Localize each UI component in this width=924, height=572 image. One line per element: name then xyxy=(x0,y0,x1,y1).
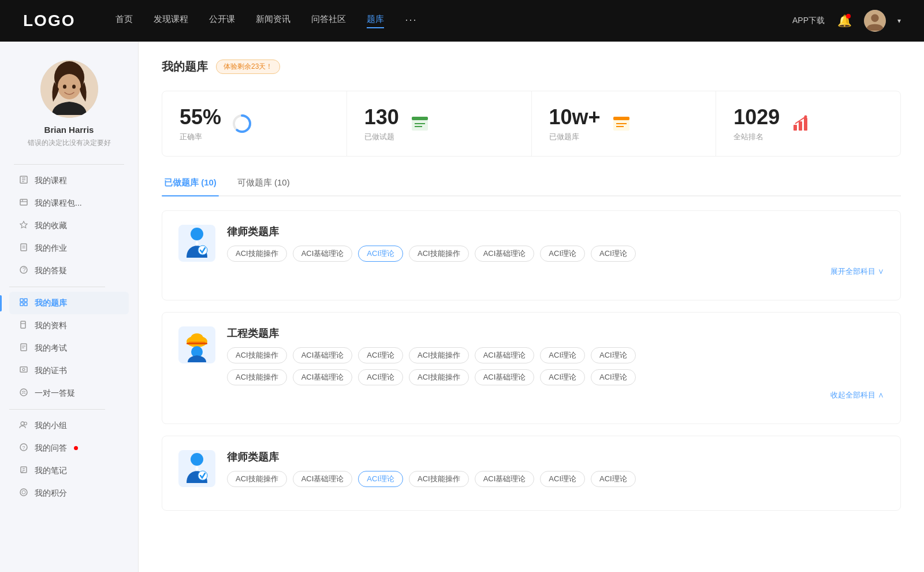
points-icon xyxy=(18,488,29,499)
stat-done-questions: 130 已做试题 xyxy=(347,91,532,156)
nav-qbank[interactable]: 题库 xyxy=(367,14,384,28)
sidebar-item-questions[interactable]: ? 我的答疑 xyxy=(9,259,129,282)
svg-rect-53 xyxy=(804,118,807,131)
sidebar-item-myqa[interactable]: ? 我的问答 xyxy=(9,437,129,459)
qbank-tag[interactable]: ACI技能操作 xyxy=(227,246,287,262)
qbank-tag[interactable]: ACI理论 xyxy=(540,369,585,385)
sidebar-divider2 xyxy=(9,287,105,287)
nav-qa[interactable]: 问答社区 xyxy=(311,14,346,28)
notes-icon xyxy=(18,465,29,476)
qbank-tag[interactable]: ACI理论 xyxy=(540,246,585,262)
nav-discover[interactable]: 发现课程 xyxy=(154,14,188,28)
qbank-section-lawyer1: 律师类题库 ACI技能操作 ACI基础理论 ACI理论 ACI技能操作 ACI基… xyxy=(162,210,901,300)
sidebar-item-courses[interactable]: 我的课程 xyxy=(9,169,129,192)
sidebar-item-qbank-label: 我的题库 xyxy=(35,298,67,309)
sidebar-item-exams[interactable]: 我的考试 xyxy=(9,337,129,359)
qbank-engineer-tags: ACI技能操作 ACI基础理论 ACI理论 ACI技能操作 ACI基础理论 AC… xyxy=(227,347,884,363)
qbank-tag[interactable]: ACI理论 xyxy=(358,347,403,363)
svg-point-31 xyxy=(20,389,27,396)
sidebar-item-notes[interactable]: 我的笔记 xyxy=(9,459,129,482)
svg-rect-15 xyxy=(21,244,27,251)
sidebar-item-qbank[interactable]: 我的题库 xyxy=(9,292,129,314)
qbank-tag[interactable]: ACI技能操作 xyxy=(409,347,469,363)
app-download[interactable]: APP下载 xyxy=(792,16,825,26)
qbank-tag[interactable]: ACI基础理论 xyxy=(293,347,353,363)
sidebar-item-groups[interactable]: 我的小组 xyxy=(9,414,129,437)
qbank-icon xyxy=(18,298,29,309)
tab-todo-banks[interactable]: 可做题库 (10) xyxy=(235,173,292,195)
qbank-tag[interactable]: ACI理论 xyxy=(591,471,636,487)
user-dropdown-arrow[interactable]: ▾ xyxy=(897,17,901,25)
tab-done-banks[interactable]: 已做题库 (10) xyxy=(162,173,219,195)
qbank-tag[interactable]: ACI技能操作 xyxy=(409,471,469,487)
qbank-tag[interactable]: ACI理论 xyxy=(591,369,636,385)
qbank-section-lawyer2: 律师类题库 ACI技能操作 ACI基础理论 ACI理论 ACI技能操作 ACI基… xyxy=(162,436,901,511)
stat-rank-label: 全站排名 xyxy=(733,132,780,142)
qbank-tag[interactable]: ACI基础理论 xyxy=(293,246,353,262)
svg-rect-52 xyxy=(799,121,802,131)
svg-rect-36 xyxy=(21,467,27,473)
nav-open-course[interactable]: 公开课 xyxy=(209,14,235,28)
nav-home[interactable]: 首页 xyxy=(116,14,133,28)
sidebar-item-tutoring[interactable]: 一对一答疑 xyxy=(9,382,129,404)
notification-dot xyxy=(846,14,851,18)
nav-news[interactable]: 新闻资讯 xyxy=(256,14,290,28)
sidebar-item-favorites[interactable]: 我的收藏 xyxy=(9,214,129,237)
expand-link-lawyer1[interactable]: 展开全部科目 ∨ xyxy=(227,266,884,277)
sidebar-menu: 我的课程 我的课程包... 我的收藏 我的作业 xyxy=(0,169,138,504)
svg-point-63 xyxy=(198,471,207,480)
svg-rect-51 xyxy=(793,125,797,131)
sidebar-item-homework[interactable]: 我的作业 xyxy=(9,237,129,259)
sidebar-item-materials[interactable]: 我的资料 xyxy=(9,314,129,337)
main-content: 我的题库 体验剩余23天！ 55% 正确率 130 xyxy=(139,42,924,572)
sidebar-item-packages[interactable]: 我的课程包... xyxy=(9,192,129,214)
qbank-tag[interactable]: ACI基础理论 xyxy=(475,246,535,262)
qbank-tag[interactable]: ACI理论 xyxy=(540,471,585,487)
main-nav: LOGO 首页 发现课程 公开课 新闻资讯 问答社区 题库 ··· APP下载 … xyxy=(0,0,924,42)
svg-point-39 xyxy=(20,489,27,496)
qbank-tag[interactable]: ACI基础理论 xyxy=(475,369,535,385)
qbank-tag[interactable]: ACI技能操作 xyxy=(409,369,469,385)
svg-rect-29 xyxy=(20,367,27,372)
sidebar-item-packages-label: 我的课程包... xyxy=(35,198,82,209)
qbank-tag-active[interactable]: ACI理论 xyxy=(358,246,403,262)
qbank-tag[interactable]: ACI基础理论 xyxy=(475,471,535,487)
qbank-tag-active[interactable]: ACI理论 xyxy=(358,471,403,487)
nav-more[interactable]: ··· xyxy=(405,14,417,28)
collapse-link-engineer[interactable]: 收起全部科目 ∧ xyxy=(227,390,884,400)
qbank-tag[interactable]: ACI理论 xyxy=(540,347,585,363)
svg-point-54 xyxy=(804,116,807,118)
stat-done-questions-left: 130 已做试题 xyxy=(364,105,399,142)
stat-done-questions-icon xyxy=(408,112,431,135)
sidebar-item-questions-label: 我的答疑 xyxy=(35,266,67,276)
sidebar-item-points-label: 我的积分 xyxy=(35,488,67,499)
user-avatar[interactable] xyxy=(864,10,886,32)
stat-accuracy-label: 正确率 xyxy=(180,132,221,142)
svg-rect-23 xyxy=(24,303,27,306)
qbank-tag[interactable]: ACI基础理论 xyxy=(293,369,353,385)
qbank-lawyer1-tags: ACI技能操作 ACI基础理论 ACI理论 ACI技能操作 ACI基础理论 AC… xyxy=(227,246,884,262)
qbank-tag[interactable]: ACI理论 xyxy=(591,347,636,363)
profile-slogan: 错误的决定比没有决定要好 xyxy=(28,138,111,148)
sidebar-item-points[interactable]: 我的积分 xyxy=(9,482,129,504)
qbank-tag[interactable]: ACI理论 xyxy=(591,246,636,262)
qbank-tag[interactable]: ACI技能操作 xyxy=(227,471,287,487)
qbank-tag[interactable]: ACI技能操作 xyxy=(409,246,469,262)
qbank-tag[interactable]: ACI理论 xyxy=(358,369,403,385)
qbank-tag[interactable]: ACI基础理论 xyxy=(293,471,353,487)
profile-avatar xyxy=(40,60,98,118)
qbank-lawyer2-tags: ACI技能操作 ACI基础理论 ACI理论 ACI技能操作 ACI基础理论 AC… xyxy=(227,471,884,487)
sidebar-item-certs[interactable]: 我的证书 xyxy=(9,359,129,382)
qbank-lawyer1-icon xyxy=(178,225,215,262)
qbank-section-engineer: 工程类题库 ACI技能操作 ACI基础理论 ACI理论 ACI技能操作 ACI基… xyxy=(162,312,901,424)
qbank-tag[interactable]: ACI基础理论 xyxy=(475,347,535,363)
svg-point-56 xyxy=(198,246,207,255)
page-title: 我的题库 xyxy=(162,59,208,75)
qbank-tag[interactable]: ACI技能操作 xyxy=(227,369,287,385)
notification-bell[interactable]: 🔔 xyxy=(836,13,852,29)
sidebar-item-materials-label: 我的资料 xyxy=(35,321,67,331)
tutoring-icon xyxy=(18,388,29,399)
sidebar-item-certs-label: 我的证书 xyxy=(35,366,67,376)
qbank-tag[interactable]: ACI技能操作 xyxy=(227,347,287,363)
stat-accuracy-number: 55% xyxy=(180,105,221,129)
